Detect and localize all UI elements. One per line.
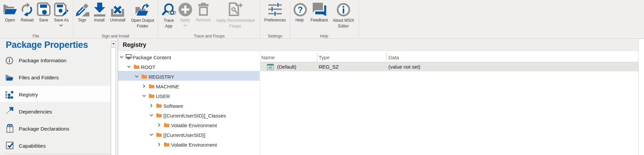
svg-text:?: ? — [298, 5, 303, 14]
svg-text:ab: ab — [268, 65, 272, 69]
